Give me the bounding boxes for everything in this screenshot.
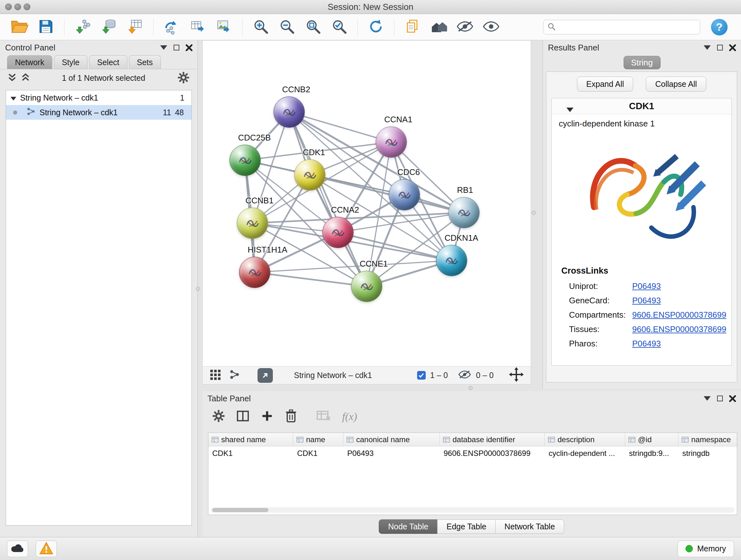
network-node-ccnb2[interactable] — [273, 97, 305, 128]
protein-card-header[interactable]: CDK1 — [552, 98, 731, 114]
zoom-in-button[interactable] — [249, 17, 272, 38]
warning-icon — [39, 542, 53, 556]
export-image-button[interactable] — [212, 17, 235, 38]
column-header-namespace[interactable]: namespace — [678, 433, 737, 446]
help-button[interactable]: ? — [711, 19, 728, 36]
close-panel-icon[interactable] — [186, 44, 192, 51]
show-columns-icon[interactable] — [236, 409, 250, 424]
network-tools-button[interactable] — [160, 17, 183, 38]
network-node-rb1[interactable] — [448, 197, 480, 228]
show-details-button[interactable] — [480, 17, 502, 38]
grid-view-icon[interactable] — [210, 369, 222, 382]
close-panel-icon[interactable] — [729, 395, 736, 402]
import-table-button[interactable] — [124, 17, 146, 38]
tab-network[interactable]: Network — [7, 55, 52, 69]
network-node-ccne1[interactable] — [351, 271, 382, 302]
collapse-tree-icon[interactable] — [21, 73, 30, 83]
duplicate-document-button[interactable] — [401, 17, 424, 38]
search-input[interactable] — [559, 22, 696, 32]
network-view-canvas[interactable]: CCNB2CCNA1CDC25BCDK1CDC6RB1CCNB1CCNA2CDK… — [202, 40, 531, 367]
folder-open-icon — [11, 19, 29, 35]
network-share-icon[interactable] — [229, 369, 240, 382]
column-header-database-identifier[interactable]: database identifier — [440, 433, 545, 446]
network-collection-row[interactable]: String Network – cdk1 1 — [6, 90, 192, 105]
sort-icon — [443, 437, 450, 442]
table-row[interactable]: CDK1CDK1P064939606.ENSP00000378699cyclin… — [208, 446, 737, 460]
selected-nodes-checkbox[interactable] — [417, 371, 426, 380]
cloud-status-button[interactable] — [7, 541, 28, 557]
crosslink-link[interactable]: P06493 — [632, 339, 661, 349]
results-tab-string[interactable]: String — [623, 56, 661, 69]
collapse-panel-icon[interactable] — [704, 45, 711, 50]
tab-sets[interactable]: Sets — [129, 55, 161, 69]
close-window-button[interactable] — [5, 3, 12, 10]
export-table-button[interactable] — [186, 17, 209, 38]
crosslink-row: Compartments:9606.ENSP00000378699 — [552, 308, 731, 322]
open-in-new-window-button[interactable] — [258, 368, 273, 383]
open-session-button[interactable] — [8, 17, 31, 38]
add-column-plus-icon[interactable] — [260, 409, 274, 424]
hide-details-button[interactable] — [454, 17, 476, 38]
delete-column-trash-icon[interactable] — [285, 409, 297, 424]
zoom-window-button[interactable] — [23, 3, 30, 10]
import-network-from-database-button[interactable] — [97, 17, 120, 38]
close-panel-icon[interactable] — [729, 44, 736, 51]
tab-edge-table[interactable]: Edge Table — [437, 519, 495, 534]
pan-crosshair-icon[interactable] — [509, 367, 524, 384]
tab-network-table[interactable]: Network Table — [495, 519, 564, 534]
network-node-hist1h1a[interactable] — [239, 257, 270, 288]
network-node-cdc25b[interactable] — [229, 145, 261, 176]
column-header-canonical-name[interactable]: canonical name — [343, 433, 440, 446]
zoom-out-button[interactable] — [275, 17, 298, 38]
crosslink-link[interactable]: P06493 — [632, 296, 661, 306]
column-header-id[interactable]: @id — [625, 433, 678, 446]
search-icon — [547, 22, 556, 32]
network-node-ccna2[interactable] — [322, 217, 354, 248]
column-header-name[interactable]: name — [293, 433, 343, 446]
network-node-cdkn1a[interactable] — [436, 245, 467, 276]
zoom-selected-button[interactable] — [328, 17, 351, 38]
warning-status-button[interactable] — [36, 541, 57, 557]
tab-style[interactable]: Style — [54, 55, 88, 69]
splitter-handle[interactable] — [532, 211, 536, 215]
tab-node-table[interactable]: Node Table — [379, 519, 437, 534]
float-panel-icon[interactable] — [717, 45, 723, 51]
expand-all-button[interactable]: Expand All — [577, 77, 633, 91]
scrollbar-thumb[interactable] — [212, 508, 268, 512]
memory-button[interactable]: Memory — [677, 541, 734, 557]
network-row-selected[interactable]: String Network – cdk1 11 48 — [6, 105, 192, 120]
network-node-ccna1[interactable] — [376, 126, 407, 158]
save-session-button[interactable] — [35, 17, 57, 38]
splitter-handle[interactable] — [196, 287, 200, 291]
collapse-section-icon[interactable] — [566, 104, 574, 114]
crosslink-link[interactable]: 9606.ENSP00000378699 — [632, 310, 726, 320]
network-node-cdc6[interactable] — [389, 179, 420, 210]
zoom-fit-button[interactable] — [301, 17, 325, 38]
collapse-panel-icon[interactable] — [160, 45, 167, 50]
crosslink-link[interactable]: P06493 — [632, 281, 661, 291]
table-settings-gear-icon[interactable] — [212, 409, 225, 424]
results-panel: Results Panel String Expand All Collapse… — [542, 40, 741, 389]
expand-tree-icon[interactable] — [8, 73, 17, 83]
column-header-shared-name[interactable]: shared name — [208, 433, 293, 446]
collapse-panel-icon[interactable] — [704, 396, 711, 401]
horizontal-scrollbar[interactable] — [211, 507, 734, 513]
float-panel-icon[interactable] — [174, 45, 179, 51]
node-label-ccnb1: CCNB1 — [246, 196, 273, 206]
houses-view-button[interactable] — [427, 17, 450, 38]
network-node-cdk1[interactable] — [294, 159, 326, 191]
tree-expand-icon[interactable] — [10, 93, 16, 103]
crosslink-link[interactable]: 9606.ENSP00000378699 — [632, 324, 726, 334]
column-header-description[interactable]: description — [545, 433, 625, 446]
tab-select[interactable]: Select — [89, 55, 127, 69]
hidden-eye-slash-icon[interactable] — [458, 369, 471, 381]
refresh-view-button[interactable] — [364, 17, 387, 38]
network-options-gear-icon[interactable] — [177, 71, 190, 85]
float-panel-icon[interactable] — [717, 395, 723, 401]
import-network-from-file-button[interactable] — [71, 17, 94, 38]
network-node-ccnb1[interactable] — [237, 207, 268, 239]
function-builder-icon[interactable]: f(x) — [342, 411, 357, 423]
minimize-window-button[interactable] — [14, 3, 21, 10]
collapse-all-button[interactable]: Collapse All — [646, 77, 706, 91]
splitter-handle[interactable] — [468, 386, 473, 390]
